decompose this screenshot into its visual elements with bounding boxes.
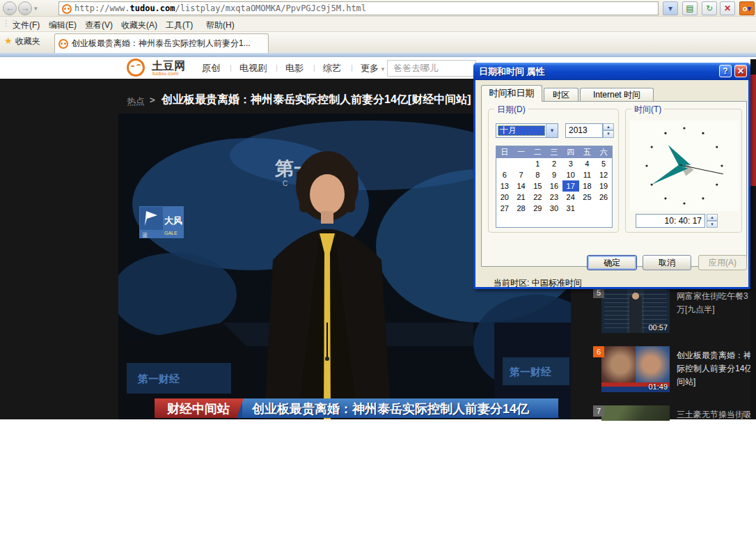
favorites-button[interactable]: ★收藏夹 — [4, 36, 40, 47]
url-domain: tudou.com — [129, 3, 175, 13]
history-dropdown-icon[interactable]: ▾ — [34, 5, 38, 12]
calendar-day[interactable]: 3 — [562, 158, 579, 169]
calendar-day[interactable]: 8 — [529, 169, 546, 180]
year-spinner[interactable]: 2013 ▲▼ — [565, 123, 614, 138]
calendar-day[interactable]: 29 — [529, 203, 546, 214]
calendar[interactable]: 日一二三四五六123456789101112131415161718192021… — [496, 146, 613, 228]
spin-up-icon[interactable]: ▲ — [603, 123, 614, 130]
menu-file[interactable]: 文件(F) — [8, 19, 44, 32]
year-value[interactable]: 2013 — [565, 123, 603, 138]
timezone-note: 当前时区: 中国标准时间 — [494, 277, 582, 289]
calendar-day[interactable]: 4 — [579, 158, 596, 169]
calendar-day[interactable]: 6 — [496, 169, 513, 180]
month-value: 十月 — [498, 125, 545, 136]
refresh-button[interactable]: ↻ — [702, 1, 717, 15]
nav-tv-series[interactable]: 电视剧 — [239, 62, 267, 75]
menu-help[interactable]: 帮助(H) — [202, 19, 239, 32]
extension-button[interactable]: o▾ — [739, 1, 755, 15]
calendar-day[interactable]: 2 — [546, 158, 562, 169]
calendar-day[interactable]: 27 — [496, 203, 513, 214]
chevron-down-icon[interactable]: ▾ — [546, 124, 558, 137]
tab-bar: ★收藏夹 创业板最贵离婚：神州泰岳实际控制人前妻分1... — [0, 32, 756, 53]
stop-icon: ✕ — [724, 3, 731, 13]
nav-variety[interactable]: 综艺 — [323, 62, 341, 75]
playlist-title: 网富家住街吃午餐3万[九点半] — [677, 290, 756, 316]
back-icon: ← — [6, 3, 15, 13]
calendar-day[interactable]: 11 — [579, 169, 596, 180]
compatibility-view-button[interactable]: ▤ — [682, 1, 698, 15]
browser-tab[interactable]: 创业板最贵离婚：神州泰岳实际控制人前妻分1... — [54, 33, 269, 53]
calendar-day — [595, 203, 612, 214]
calendar-day[interactable]: 24 — [562, 192, 579, 203]
weather-main: 大风 — [164, 215, 182, 226]
help-button[interactable]: ? — [719, 65, 732, 77]
calendar-day-header: 四 — [562, 146, 579, 158]
calendar-day[interactable]: 14 — [513, 180, 530, 192]
month-select[interactable]: 十月 ▾ — [496, 123, 558, 138]
nav-original[interactable]: 原创 — [202, 62, 220, 75]
tab-internet-time[interactable]: Internet 时间 — [580, 88, 654, 102]
apply-button[interactable]: 应用(A) — [698, 255, 747, 270]
date-group-label: 日期(D) — [494, 104, 528, 116]
calendar-day[interactable]: 10 — [562, 169, 579, 180]
calendar-day[interactable]: 13 — [496, 180, 513, 192]
playlist-item-current[interactable]: 6 01:49 创业板最贵离婚：神州际控制人前妻分14亿[间站] — [592, 345, 756, 402]
menu-edit[interactable]: 编辑(E) — [45, 19, 81, 32]
playlist-item[interactable]: 5 00:57 网富家住街吃午餐3万[九点半] — [592, 286, 756, 343]
menu-view[interactable]: 查看(V) — [81, 19, 117, 32]
calendar-day[interactable]: 25 — [579, 192, 596, 203]
nav-separator: | — [276, 63, 278, 72]
cancel-button[interactable]: 取消 — [643, 255, 691, 270]
close-button[interactable]: ✕ — [734, 65, 747, 77]
playlist-item[interactable]: 7 三土豪无节操当街吸美 — [592, 404, 756, 419]
calendar-day[interactable]: 15 — [529, 180, 546, 192]
calendar-day[interactable]: 21 — [513, 192, 530, 203]
calendar-day[interactable]: 1 — [529, 158, 546, 169]
time-spinner[interactable]: 10: 40: 17 ▲▼ — [636, 214, 740, 228]
time-value[interactable]: 10: 40: 17 — [636, 214, 705, 228]
calendar-day[interactable]: 16 — [546, 180, 562, 192]
stop-button[interactable]: ✕ — [720, 1, 735, 15]
url-field[interactable]: http://www.tudou.com/listplay/mxqtaOMOMK… — [58, 1, 659, 15]
calendar-day[interactable]: 28 — [513, 203, 530, 214]
spin-down-icon[interactable]: ▼ — [707, 221, 718, 228]
calendar-day[interactable]: 12 — [595, 169, 612, 180]
menu-favorites[interactable]: 收藏夹(A) — [117, 19, 162, 32]
tab-time-zone[interactable]: 时区 — [544, 88, 578, 102]
calendar-day[interactable]: 19 — [595, 180, 612, 192]
search-input[interactable]: 爸爸去哪儿 — [387, 60, 476, 77]
address-bar-row: ← → ▾ http://www.tudou.com/listplay/mxqt… — [0, 0, 756, 17]
calendar-day[interactable]: 23 — [546, 192, 562, 203]
extension-arrow-icon: ▾ — [748, 4, 752, 13]
spin-up-icon[interactable]: ▲ — [707, 214, 718, 221]
calendar-day-selected[interactable]: 17 — [562, 180, 579, 192]
dialog-title-bar[interactable]: 日期和时间 属性 ? ✕ — [473, 63, 750, 80]
calendar-day — [513, 158, 530, 169]
forward-icon: → — [21, 3, 30, 13]
calendar-day[interactable]: 26 — [595, 192, 612, 203]
calendar-day[interactable]: 18 — [579, 180, 596, 192]
back-button[interactable]: ← — [3, 1, 17, 15]
menu-bar: ⋮⋮ 文件(F) 编辑(E) 查看(V) 收藏夹(A) 工具(T) 帮助(H) — [0, 17, 756, 32]
calendar-day[interactable]: 20 — [496, 192, 513, 203]
calendar-day[interactable]: 22 — [529, 192, 546, 203]
tudou-logo[interactable]: 土豆网 tudou.com — [127, 58, 193, 78]
nav-movies[interactable]: 电影 — [285, 62, 304, 75]
tab-time-and-date[interactable]: 时间和日期 — [481, 85, 542, 102]
weather-sub: GALE — [164, 231, 178, 235]
calendar-day[interactable]: 5 — [595, 158, 612, 169]
menu-tools[interactable]: 工具(T) — [162, 19, 197, 32]
calendar-day[interactable]: 30 — [546, 203, 562, 214]
calendar-day[interactable]: 31 — [562, 203, 579, 214]
calendar-day[interactable]: 9 — [546, 169, 562, 180]
nav-more[interactable]: 更多 ▾ — [361, 62, 384, 75]
playlist-thumbnail: 00:57 — [601, 287, 670, 333]
url-dropdown-button[interactable]: ▾ — [663, 1, 678, 15]
calendar-day[interactable]: 7 — [513, 169, 530, 180]
forward-button[interactable]: → — [18, 1, 32, 15]
nav-separator: | — [351, 63, 353, 72]
ok-button[interactable]: 确定 — [587, 255, 637, 270]
calendar-day-header: 五 — [579, 146, 596, 158]
caption-title: 创业板最贵离婚：神州泰岳实际控制人前妻分14亿 — [251, 402, 530, 416]
spin-down-icon[interactable]: ▼ — [603, 130, 614, 138]
